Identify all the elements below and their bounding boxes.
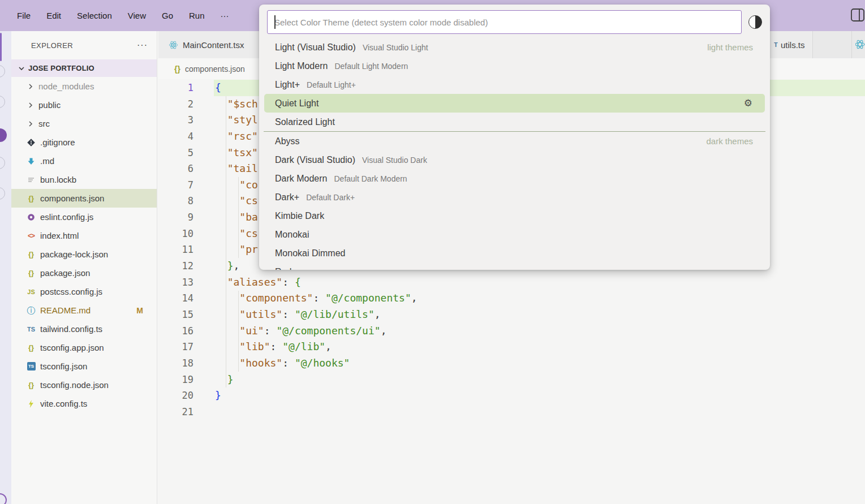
- tab-bar-divider: [851, 31, 852, 58]
- section-label: dark themes: [706, 136, 753, 146]
- code-text: "co: [215, 177, 258, 193]
- theme-item-light-modern[interactable]: Light ModernDefault Light Modern: [259, 57, 770, 75]
- file-row-readme-md[interactable]: ⓘREADME.mdM: [11, 301, 157, 320]
- code-line[interactable]: 14 "components": "@/components",: [170, 290, 418, 307]
- file-row-tsconfig-node-json[interactable]: {}tsconfig.node.json: [11, 376, 157, 394]
- line-number: 14: [170, 290, 193, 307]
- file-row-bun-lockb[interactable]: bun.lockb: [11, 170, 157, 189]
- menu-edit[interactable]: Edit: [38, 8, 69, 23]
- theme-item-kimbie-dark[interactable]: Kimbie Dark: [259, 206, 770, 225]
- code-line[interactable]: 21: [170, 404, 418, 420]
- theme-item-monokai-dimmed[interactable]: Monokai Dimmed: [259, 244, 770, 262]
- code-line[interactable]: 17 "lib": "@/lib",: [170, 339, 418, 355]
- theme-name: Solarized Light: [275, 117, 335, 127]
- file-name: tsconfig.app.json: [40, 343, 104, 352]
- workspace-root-row[interactable]: JOSE PORTFOLIO: [11, 59, 157, 77]
- theme-item-dark-visual-studio-[interactable]: Dark (Visual Studio)Visual Studio Dark: [259, 150, 770, 169]
- file-row-postcss-config-js[interactable]: JSpostcss.config.js: [11, 282, 157, 301]
- menu-run[interactable]: Run: [181, 8, 213, 23]
- json-icon: {}: [26, 250, 36, 259]
- theme-item-light-visual-studio-[interactable]: Light (Visual Studio)Visual Studio Light…: [259, 38, 770, 57]
- file-name: .gitignore: [40, 137, 75, 147]
- theme-name: Abyss: [275, 136, 300, 147]
- modified-badge: M: [136, 306, 143, 315]
- code-text: "components": "@/components",: [215, 290, 418, 307]
- react-icon-clipped: [855, 40, 865, 49]
- line-number: 11: [170, 242, 193, 258]
- file-name: package-lock.json: [40, 249, 108, 259]
- file-row-node-modules[interactable]: node_modules: [11, 77, 157, 96]
- code-text: }: [215, 372, 234, 388]
- layout-icon[interactable]: [851, 8, 865, 23]
- code-line[interactable]: 15 "utils": "@/lib/utils",: [170, 307, 418, 323]
- explorer-sidebar: EXPLORER ··· JOSE PORTFOLIO node_modules…: [11, 31, 157, 504]
- vite-icon: [26, 399, 36, 408]
- line-number: 21: [170, 404, 193, 420]
- activity-icon-partial[interactable]: [0, 187, 5, 200]
- file-tree: node_modulespublicsrc.gitignore.mdbun.lo…: [11, 77, 157, 413]
- file-name: eslint.config.js: [40, 212, 93, 222]
- file-row-package-lock-json[interactable]: {}package-lock.json: [11, 245, 157, 264]
- active-view-indicator: [0, 33, 2, 61]
- code-line[interactable]: 16 "ui": "@/components/ui",: [170, 323, 418, 339]
- file-row-src[interactable]: src: [11, 114, 157, 133]
- activity-icon-partial[interactable]: [0, 96, 5, 108]
- theme-item-light-[interactable]: Light+Default Light+: [259, 75, 770, 94]
- file-row-components-json[interactable]: {}components.json: [11, 189, 157, 208]
- tab-utils[interactable]: TS utils.ts: [767, 31, 813, 58]
- theme-item-abyss[interactable]: Abyssdark themes: [259, 132, 770, 150]
- text-caret: [274, 15, 276, 29]
- color-mode-toggle-icon[interactable]: [748, 15, 762, 29]
- activity-icon-partial[interactable]: [0, 65, 5, 77]
- menu-view[interactable]: View: [120, 8, 154, 23]
- menu-file[interactable]: File: [9, 8, 38, 23]
- code-line[interactable]: 18 "hooks": "@/hooks": [170, 355, 418, 372]
- file-row-tailwind-config-ts[interactable]: TStailwind.config.ts: [11, 320, 157, 338]
- line-number: 12: [170, 258, 193, 274]
- menu-go[interactable]: Go: [154, 8, 181, 23]
- theme-item-solarized-light[interactable]: Solarized Light: [259, 113, 770, 131]
- file-row--gitignore[interactable]: .gitignore: [11, 133, 157, 152]
- menu-selection[interactable]: Selection: [69, 8, 120, 23]
- activity-icon-partial[interactable]: [0, 157, 5, 169]
- tab-label: MainContent.tsx: [183, 40, 244, 50]
- theme-name: Red: [275, 267, 291, 270]
- file-row-vite-config-ts[interactable]: vite.config.ts: [11, 394, 157, 413]
- quickpick-input-row: [259, 5, 770, 36]
- code-line[interactable]: 20}: [170, 387, 418, 404]
- file-row--md[interactable]: .md: [11, 152, 157, 170]
- file-row-tsconfig-json[interactable]: TStsconfig.json: [11, 357, 157, 376]
- theme-item-dark-[interactable]: Dark+Default Dark+: [259, 188, 770, 206]
- file-row-tsconfig-app-json[interactable]: {}tsconfig.app.json: [11, 338, 157, 357]
- gear-icon[interactable]: ⚙: [744, 98, 752, 108]
- lockfile-icon: [26, 175, 36, 184]
- info-icon: ⓘ: [26, 306, 36, 315]
- json-icon: {}: [26, 381, 36, 389]
- file-row-public[interactable]: public: [11, 96, 157, 114]
- file-name: components.json: [40, 193, 104, 203]
- file-row-package-json[interactable]: {}package.json: [11, 264, 157, 282]
- theme-item-monokai[interactable]: Monokai: [259, 225, 770, 244]
- explorer-more-button[interactable]: ···: [137, 40, 148, 50]
- theme-item-red[interactable]: Red: [259, 262, 770, 270]
- code-line[interactable]: 13 "aliases": {: [170, 274, 418, 291]
- file-name: tsconfig.json: [40, 361, 87, 371]
- line-number: 13: [170, 274, 193, 291]
- tab-maincontent[interactable]: MainContent.tsx: [158, 31, 261, 58]
- file-row-index-html[interactable]: <>index.html: [11, 226, 157, 245]
- code-text: "cs: [215, 193, 258, 209]
- code-text: "lib": "@/lib",: [215, 339, 332, 355]
- line-number: 10: [170, 226, 193, 242]
- theme-name: Quiet Light: [275, 98, 319, 109]
- theme-item-quiet-light[interactable]: Quiet Light⚙: [264, 94, 765, 113]
- code-line[interactable]: 19 }: [170, 372, 418, 388]
- theme-item-dark-modern[interactable]: Dark ModernDefault Dark Modern: [259, 169, 770, 188]
- activity-badge[interactable]: [0, 128, 7, 142]
- file-row-eslint-config-js[interactable]: eslint.config.js: [11, 208, 157, 226]
- theme-search-input[interactable]: [267, 10, 742, 34]
- menu-[interactable]: ···: [213, 8, 237, 23]
- account-icon-partial[interactable]: [0, 493, 7, 504]
- json-icon: {}: [26, 343, 36, 352]
- file-name: package.json: [40, 268, 90, 278]
- theme-description: Visual Studio Light: [363, 43, 428, 52]
